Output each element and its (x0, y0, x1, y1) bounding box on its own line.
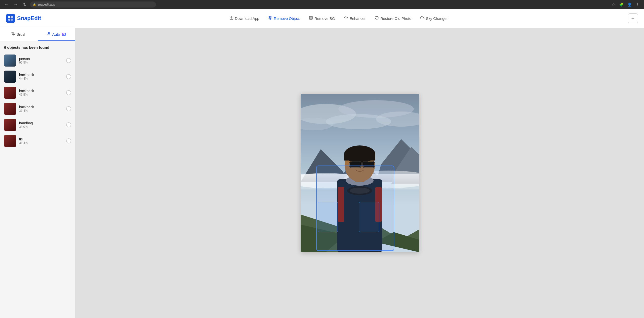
object-radio[interactable] (66, 122, 71, 127)
forward-button[interactable]: → (12, 1, 19, 8)
logo-area: SnapEdit (6, 14, 41, 23)
extensions-icon[interactable]: 🧩 (618, 1, 625, 8)
restore-icon (375, 16, 379, 21)
ai-badge: AI (62, 33, 66, 36)
photo-container (301, 94, 419, 252)
object-list: person 95.5% backpack 44.4% (0, 51, 75, 318)
sidebar: Brush Auto AI 6 objects has been found (0, 28, 75, 318)
nav-restore-label: Restore Old Photo (380, 16, 411, 21)
nav-download-app[interactable]: Download App (225, 14, 263, 23)
profile-icon[interactable]: 👤 (626, 1, 633, 8)
nav-sky-changer[interactable]: Sky Changer (416, 14, 452, 23)
nav-remove-object-label: Remove Object (274, 16, 300, 21)
svg-point-14 (326, 114, 391, 129)
remove-bg-icon (309, 16, 313, 21)
tab-brush[interactable]: Brush (0, 28, 38, 41)
sidebar-tabs: Brush Auto AI (0, 28, 75, 41)
object-name: handbag (19, 121, 63, 125)
list-item[interactable]: backpack 44.4% (0, 69, 75, 85)
browser-actions: ☆ 🧩 👤 ⋮ (610, 1, 641, 8)
object-info: tie 31.4% (19, 137, 63, 145)
object-info: backpack 45.5% (19, 89, 63, 96)
tab-auto-label: Auto (52, 32, 60, 36)
objects-found-text: 6 objects has been found (0, 41, 75, 51)
url-text: snapedit.app (38, 3, 55, 6)
object-name: person (19, 57, 63, 61)
nav-download-app-label: Download App (235, 16, 259, 21)
object-name: backpack (19, 73, 63, 77)
bookmark-icon[interactable]: ☆ (610, 1, 617, 8)
nav-restore-old-photo[interactable]: Restore Old Photo (371, 14, 415, 23)
app-header: SnapEdit Download App (0, 9, 644, 28)
nav-remove-bg-label: Remove BG (314, 16, 335, 21)
nav-sky-changer-label: Sky Changer (426, 16, 448, 21)
nav-remove-object[interactable]: Remove Object (264, 14, 304, 23)
svg-rect-26 (375, 187, 382, 222)
object-thumbnail (4, 71, 16, 83)
list-item[interactable]: person 95.5% (0, 52, 75, 69)
nav-enhancer[interactable]: Enhancer (340, 14, 370, 23)
list-item[interactable]: backpack 45.5% (0, 85, 75, 101)
object-thumbnail (4, 55, 16, 67)
nav-remove-bg[interactable]: Remove BG (305, 14, 339, 23)
list-item[interactable]: handbag 33.0% (0, 117, 75, 133)
object-name: tie (19, 137, 63, 141)
canvas-area (75, 28, 644, 318)
enhancer-icon (344, 16, 348, 21)
add-button[interactable]: + (628, 13, 638, 23)
nav-enhancer-label: Enhancer (349, 16, 366, 21)
brush-icon (11, 32, 15, 36)
object-confidence: 33.0% (19, 125, 63, 129)
object-name: backpack (19, 89, 63, 93)
svg-rect-34 (360, 163, 364, 165)
address-bar: 🔒 snapedit.app (30, 2, 156, 8)
photo-image (301, 94, 419, 252)
object-info: backpack 31.4% (19, 105, 63, 113)
object-info: person 95.5% (19, 57, 63, 64)
main-nav: Download App Remove Object (51, 14, 626, 23)
tab-brush-label: Brush (17, 32, 26, 36)
svg-rect-0 (8, 16, 10, 18)
svg-rect-31 (344, 153, 375, 161)
list-item[interactable]: tie 31.4% (0, 133, 75, 149)
object-confidence: 31.4% (19, 109, 63, 113)
main-content: Brush Auto AI 6 objects has been found (0, 28, 644, 318)
object-radio[interactable] (66, 74, 71, 79)
sky-icon (420, 16, 424, 21)
download-icon (229, 16, 233, 21)
svg-point-8 (48, 32, 50, 34)
object-radio[interactable] (66, 58, 71, 63)
svg-rect-1 (11, 16, 13, 18)
object-confidence: 31.4% (19, 141, 63, 145)
object-thumbnail (4, 103, 16, 115)
auto-icon (47, 32, 51, 36)
reload-button[interactable]: ↻ (21, 1, 28, 8)
tab-auto[interactable]: Auto AI (38, 28, 75, 41)
object-radio[interactable] (66, 138, 71, 143)
svg-rect-5 (309, 16, 312, 19)
browser-chrome: ← → ↻ 🔒 snapedit.app ☆ 🧩 👤 ⋮ (0, 0, 644, 9)
object-radio[interactable] (66, 106, 71, 111)
logo-icon (6, 14, 15, 23)
menu-icon[interactable]: ⋮ (634, 1, 641, 8)
svg-rect-2 (8, 19, 10, 21)
svg-rect-33 (363, 162, 374, 167)
back-button[interactable]: ← (3, 1, 10, 8)
object-confidence: 95.5% (19, 61, 63, 64)
app-container: SnapEdit Download App (0, 9, 644, 318)
remove-object-icon (268, 16, 272, 21)
object-info: handbag 33.0% (19, 121, 63, 129)
object-confidence: 45.5% (19, 93, 63, 96)
object-radio[interactable] (66, 90, 71, 95)
object-thumbnail (4, 87, 16, 99)
object-thumbnail (4, 135, 16, 147)
object-name: backpack (19, 105, 63, 109)
object-info: backpack 44.4% (19, 73, 63, 80)
logo-text: SnapEdit (17, 15, 41, 22)
svg-rect-32 (350, 162, 361, 167)
svg-point-38 (350, 188, 370, 194)
list-item[interactable]: backpack 31.4% (0, 101, 75, 117)
svg-rect-25 (338, 187, 344, 222)
svg-point-7 (13, 33, 13, 34)
object-thumbnail (4, 119, 16, 131)
